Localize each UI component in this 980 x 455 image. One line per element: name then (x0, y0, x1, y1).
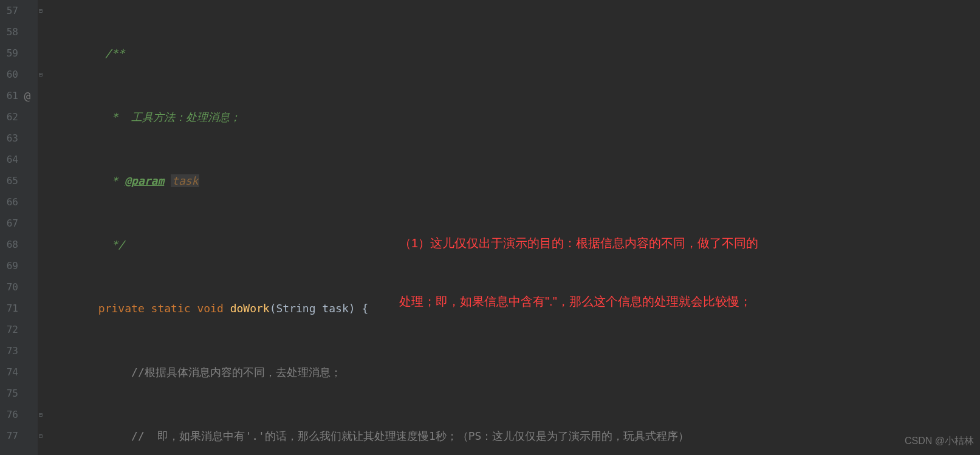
line-number: 77 (2, 425, 18, 446)
line-number: 75 (2, 383, 18, 404)
annotation-overlay: （1）这儿仅仅出于演示的目的：根据信息内容的不同，做了不同的 处理；即，如果信息… (399, 194, 976, 350)
line-number: 59 (2, 43, 18, 64)
fold-end-icon[interactable]: ⊟ (39, 404, 43, 425)
line-number: 71 (2, 298, 18, 319)
fold-gutter: ⊟ ⊟ ⊟ ⊟ (38, 0, 50, 455)
line-number: 64 (2, 149, 18, 170)
fold-end-icon[interactable]: ⊟ (39, 425, 43, 446)
line-number: 70 (2, 276, 18, 298)
line-number-gutter: 57 58 59 60 61@ 62 63 64 65 66 67 68 69 … (0, 0, 38, 455)
code-text: * 工具方法：处理消息； (52, 106, 241, 128)
code-text: */ (52, 234, 125, 255)
fold-end-icon[interactable]: ⊟ (39, 64, 43, 85)
line-number: 63 (2, 128, 18, 149)
override-gutter-icon[interactable]: @ (18, 85, 32, 106)
line-number: 67 (2, 213, 18, 234)
line-number: 69 (2, 255, 18, 276)
code-text: // 即，如果消息中有'.'的话，那么我们就让其处理速度慢1秒；（PS：这儿仅仅… (52, 425, 689, 446)
line-number: 74 (2, 361, 18, 383)
line-number: 60 (2, 64, 18, 85)
code-text: * @param task (52, 170, 199, 191)
line-number: 62 (2, 106, 18, 128)
line-number: 58 (2, 21, 18, 43)
code-text-area[interactable]: /** * 工具方法：处理消息； * @param task */ privat… (50, 0, 980, 455)
code-text: //根据具体消息内容的不同，去处理消息； (52, 361, 341, 383)
line-number: 73 (2, 340, 18, 361)
watermark: CSDN @小桔林 (905, 430, 974, 451)
code-text: /** (52, 43, 125, 64)
line-number: 76 (2, 404, 18, 425)
code-editor: 57 58 59 60 61@ 62 63 64 65 66 67 68 69 … (0, 0, 980, 455)
code-text: private static void doWork(String task) … (52, 298, 368, 319)
annotation-line: （1）这儿仅仅出于演示的目的：根据信息内容的不同，做了不同的 (399, 233, 976, 253)
line-number: 57 (2, 0, 18, 21)
line-number: 61 (2, 85, 18, 106)
line-number: 66 (2, 191, 18, 213)
line-number: 65 (2, 170, 18, 191)
annotation-line: 处理；即，如果信息中含有"."，那么这个信息的处理就会比较慢； (399, 292, 976, 311)
fold-marker-icon[interactable]: ⊟ (39, 0, 43, 21)
line-number: 68 (2, 234, 18, 255)
line-number: 72 (2, 319, 18, 340)
